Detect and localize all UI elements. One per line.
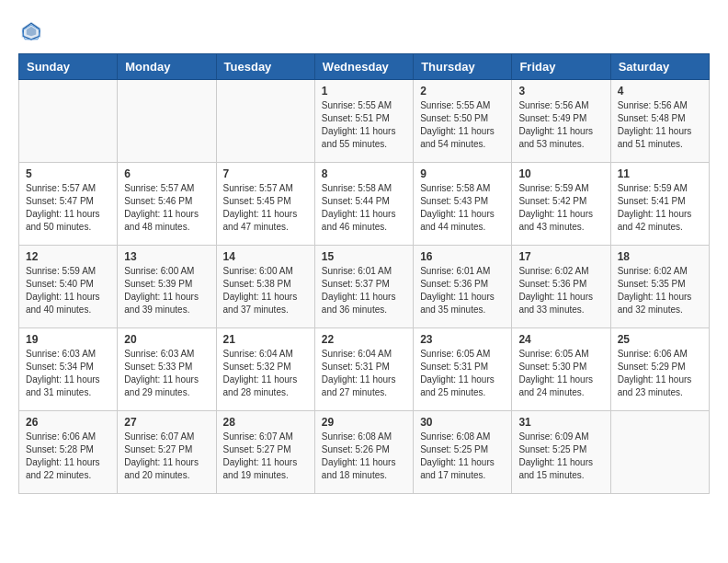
calendar-cell: 19Sunrise: 6:03 AMSunset: 5:34 PMDayligh… — [19, 328, 118, 411]
day-info: Sunrise: 6:03 AMSunset: 5:33 PMDaylight:… — [124, 348, 209, 399]
calendar-cell: 1Sunrise: 5:55 AMSunset: 5:51 PMDaylight… — [314, 80, 413, 163]
day-number: 26 — [26, 416, 110, 429]
weekday-header-friday: Friday — [512, 54, 610, 80]
day-number: 31 — [518, 416, 603, 429]
day-number: 29 — [322, 416, 406, 429]
day-info: Sunrise: 6:03 AMSunset: 5:34 PMDaylight:… — [26, 348, 110, 399]
day-info: Sunrise: 6:06 AMSunset: 5:28 PMDaylight:… — [26, 431, 110, 482]
day-info: Sunrise: 6:06 AMSunset: 5:29 PMDaylight:… — [618, 348, 702, 399]
day-info: Sunrise: 5:56 AMSunset: 5:48 PMDaylight:… — [618, 99, 702, 151]
day-info: Sunrise: 5:59 AMSunset: 5:42 PMDaylight:… — [518, 182, 603, 234]
calendar-cell: 24Sunrise: 6:05 AMSunset: 5:30 PMDayligh… — [512, 328, 610, 411]
day-info: Sunrise: 6:00 AMSunset: 5:38 PMDaylight:… — [223, 265, 308, 316]
logo-icon — [18, 18, 44, 44]
calendar-cell: 28Sunrise: 6:07 AMSunset: 5:27 PMDayligh… — [216, 411, 314, 494]
day-info: Sunrise: 5:55 AMSunset: 5:51 PMDaylight:… — [322, 99, 406, 151]
day-info: Sunrise: 6:05 AMSunset: 5:30 PMDaylight:… — [518, 348, 603, 399]
weekday-header-tuesday: Tuesday — [216, 54, 314, 80]
calendar-cell: 10Sunrise: 5:59 AMSunset: 5:42 PMDayligh… — [512, 163, 610, 246]
calendar-cell: 5Sunrise: 5:57 AMSunset: 5:47 PMDaylight… — [19, 163, 118, 246]
calendar-cell: 23Sunrise: 6:05 AMSunset: 5:31 PMDayligh… — [414, 328, 512, 411]
calendar-week-4: 19Sunrise: 6:03 AMSunset: 5:34 PMDayligh… — [19, 328, 710, 411]
calendar-cell: 3Sunrise: 5:56 AMSunset: 5:49 PMDaylight… — [512, 80, 610, 163]
calendar-cell — [19, 80, 118, 163]
calendar-cell: 31Sunrise: 6:09 AMSunset: 5:25 PMDayligh… — [512, 411, 610, 494]
day-number: 24 — [518, 333, 603, 346]
day-info: Sunrise: 6:08 AMSunset: 5:25 PMDaylight:… — [420, 431, 505, 482]
calendar-cell: 4Sunrise: 5:56 AMSunset: 5:48 PMDaylight… — [610, 80, 709, 163]
day-number: 14 — [223, 250, 308, 263]
day-info: Sunrise: 5:56 AMSunset: 5:49 PMDaylight:… — [518, 99, 603, 151]
calendar-week-5: 26Sunrise: 6:06 AMSunset: 5:28 PMDayligh… — [19, 411, 710, 494]
calendar-cell: 17Sunrise: 6:02 AMSunset: 5:36 PMDayligh… — [512, 246, 610, 328]
day-info: Sunrise: 6:08 AMSunset: 5:26 PMDaylight:… — [322, 431, 406, 482]
calendar-cell: 11Sunrise: 5:59 AMSunset: 5:41 PMDayligh… — [610, 163, 709, 246]
day-info: Sunrise: 5:59 AMSunset: 5:40 PMDaylight:… — [26, 265, 110, 316]
day-number: 23 — [420, 333, 505, 346]
day-number: 22 — [322, 333, 406, 346]
calendar-cell: 6Sunrise: 5:57 AMSunset: 5:46 PMDaylight… — [118, 163, 216, 246]
calendar-cell: 26Sunrise: 6:06 AMSunset: 5:28 PMDayligh… — [19, 411, 118, 494]
calendar-week-2: 5Sunrise: 5:57 AMSunset: 5:47 PMDaylight… — [19, 163, 710, 246]
calendar-cell: 25Sunrise: 6:06 AMSunset: 5:29 PMDayligh… — [610, 328, 709, 411]
calendar-cell: 9Sunrise: 5:58 AMSunset: 5:43 PMDaylight… — [414, 163, 512, 246]
day-number: 6 — [124, 167, 209, 180]
calendar-cell: 30Sunrise: 6:08 AMSunset: 5:25 PMDayligh… — [414, 411, 512, 494]
day-number: 25 — [618, 333, 702, 346]
day-info: Sunrise: 6:01 AMSunset: 5:36 PMDaylight:… — [420, 265, 505, 316]
day-info: Sunrise: 6:04 AMSunset: 5:32 PMDaylight:… — [223, 348, 308, 399]
day-number: 7 — [223, 167, 308, 180]
calendar-week-3: 12Sunrise: 5:59 AMSunset: 5:40 PMDayligh… — [19, 246, 710, 328]
day-number: 18 — [618, 250, 702, 263]
day-info: Sunrise: 6:05 AMSunset: 5:31 PMDaylight:… — [420, 348, 505, 399]
day-number: 17 — [518, 250, 603, 263]
calendar-table: SundayMondayTuesdayWednesdayThursdayFrid… — [18, 53, 710, 494]
day-number: 16 — [420, 250, 505, 263]
weekday-header-thursday: Thursday — [414, 54, 512, 80]
day-number: 30 — [420, 416, 505, 429]
weekday-header-wednesday: Wednesday — [314, 54, 413, 80]
weekday-header-row: SundayMondayTuesdayWednesdayThursdayFrid… — [19, 54, 710, 80]
calendar-week-1: 1Sunrise: 5:55 AMSunset: 5:51 PMDaylight… — [19, 80, 710, 163]
day-number: 5 — [26, 167, 110, 180]
day-number: 8 — [322, 167, 406, 180]
calendar-cell: 22Sunrise: 6:04 AMSunset: 5:31 PMDayligh… — [314, 328, 413, 411]
day-number: 27 — [124, 416, 209, 429]
day-info: Sunrise: 6:02 AMSunset: 5:35 PMDaylight:… — [618, 265, 702, 316]
day-info: Sunrise: 6:01 AMSunset: 5:37 PMDaylight:… — [322, 265, 406, 316]
day-number: 19 — [26, 333, 110, 346]
weekday-header-saturday: Saturday — [610, 54, 709, 80]
day-info: Sunrise: 5:57 AMSunset: 5:47 PMDaylight:… — [26, 182, 110, 234]
calendar-cell — [610, 411, 709, 494]
calendar-cell: 18Sunrise: 6:02 AMSunset: 5:35 PMDayligh… — [610, 246, 709, 328]
day-number: 4 — [618, 85, 702, 98]
day-info: Sunrise: 5:55 AMSunset: 5:50 PMDaylight:… — [420, 99, 505, 151]
day-info: Sunrise: 5:58 AMSunset: 5:44 PMDaylight:… — [322, 182, 406, 234]
calendar-cell — [216, 80, 314, 163]
day-info: Sunrise: 5:57 AMSunset: 5:45 PMDaylight:… — [223, 182, 308, 234]
day-info: Sunrise: 6:07 AMSunset: 5:27 PMDaylight:… — [223, 431, 308, 482]
day-number: 9 — [420, 167, 505, 180]
calendar-cell — [118, 80, 216, 163]
day-info: Sunrise: 5:59 AMSunset: 5:41 PMDaylight:… — [618, 182, 702, 234]
calendar-cell: 12Sunrise: 5:59 AMSunset: 5:40 PMDayligh… — [19, 246, 118, 328]
day-info: Sunrise: 6:02 AMSunset: 5:36 PMDaylight:… — [518, 265, 603, 316]
calendar-cell: 7Sunrise: 5:57 AMSunset: 5:45 PMDaylight… — [216, 163, 314, 246]
calendar-cell: 8Sunrise: 5:58 AMSunset: 5:44 PMDaylight… — [314, 163, 413, 246]
day-number: 13 — [124, 250, 209, 263]
weekday-header-monday: Monday — [118, 54, 216, 80]
day-number: 3 — [518, 85, 603, 98]
day-number: 10 — [518, 167, 603, 180]
day-number: 15 — [322, 250, 406, 263]
day-info: Sunrise: 5:57 AMSunset: 5:46 PMDaylight:… — [124, 182, 209, 234]
day-info: Sunrise: 6:07 AMSunset: 5:27 PMDaylight:… — [124, 431, 209, 482]
day-number: 20 — [124, 333, 209, 346]
day-number: 1 — [322, 85, 406, 98]
calendar-cell: 29Sunrise: 6:08 AMSunset: 5:26 PMDayligh… — [314, 411, 413, 494]
calendar-cell: 14Sunrise: 6:00 AMSunset: 5:38 PMDayligh… — [216, 246, 314, 328]
logo — [18, 18, 48, 44]
day-number: 2 — [420, 85, 505, 98]
day-info: Sunrise: 6:09 AMSunset: 5:25 PMDaylight:… — [518, 431, 603, 482]
page-header — [18, 18, 710, 44]
calendar-cell: 27Sunrise: 6:07 AMSunset: 5:27 PMDayligh… — [118, 411, 216, 494]
